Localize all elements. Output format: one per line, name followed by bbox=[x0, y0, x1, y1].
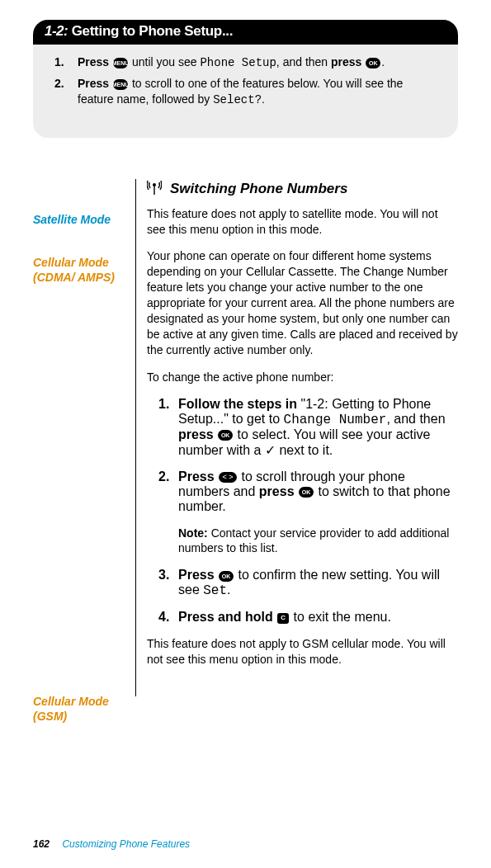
step-1-text-b: , and then bbox=[276, 55, 331, 68]
instr-3-t2: . bbox=[227, 583, 230, 597]
c-icon: C bbox=[277, 613, 289, 624]
content-row: Satellite Mode Cellular Mode (CDMA/ AMPS… bbox=[33, 179, 458, 739]
step-2-body: Press MENU to scroll to one of the featu… bbox=[78, 76, 437, 108]
sidebar-satellite-mode: Satellite Mode bbox=[33, 212, 127, 227]
step-1-body: Press MENU until you see Phone Setup, an… bbox=[78, 54, 437, 71]
instr-3-num: 3. bbox=[158, 568, 178, 598]
subheader: Switching Phone Numbers bbox=[147, 179, 458, 200]
to-change-para: To change the active phone number: bbox=[147, 370, 458, 385]
step-2: 2. Press MENU to scroll to one of the fe… bbox=[54, 76, 437, 108]
instr-1-body: Follow the steps in "1-2: Getting to Pho… bbox=[178, 397, 458, 458]
set-lcd: Set bbox=[203, 583, 227, 598]
footer: 162 Customizing Phone Features bbox=[33, 838, 190, 850]
step-1-num: 1. bbox=[54, 54, 78, 71]
press-label: Press bbox=[78, 55, 112, 68]
footer-section: Customizing Phone Features bbox=[62, 838, 190, 850]
step-1-text-a: until you see bbox=[129, 55, 200, 68]
instr-3: 3. Press OK to confirm the new setting. … bbox=[147, 568, 458, 598]
instr-4-press-hold: Press and hold bbox=[178, 610, 276, 624]
antenna-icon bbox=[147, 179, 162, 200]
phone-setup-lcd: Phone Setup bbox=[200, 56, 276, 69]
instr-3-body: Press OK to confirm the new setting. You… bbox=[178, 568, 458, 598]
note-label: Note: bbox=[178, 526, 208, 540]
instr-2-body: Press < > to scroll through your phone n… bbox=[178, 469, 458, 514]
instr-4-body: Press and hold C to exit the menu. bbox=[178, 610, 458, 625]
note: Note: Contact your service provider to a… bbox=[147, 526, 458, 557]
subheader-title: Switching Phone Numbers bbox=[170, 181, 347, 197]
gsm-para: This feature does not apply to GSM cellu… bbox=[147, 636, 458, 668]
instr-1: 1. Follow the steps in "1-2: Getting to … bbox=[147, 397, 458, 458]
step-2-text-b: . bbox=[262, 92, 265, 106]
instr-3-press: Press bbox=[178, 568, 218, 582]
instr-4: 4. Press and hold C to exit the menu. bbox=[147, 610, 458, 625]
press-label-2: press bbox=[331, 55, 365, 68]
banner: 1-2: Getting to Phone Setup... bbox=[33, 20, 458, 45]
instr-2-press2: press bbox=[259, 484, 298, 498]
sidebar-gsm-mode: Cellular Mode (GSM) bbox=[33, 694, 127, 724]
sidebar-cdma-mode: Cellular Mode (CDMA/ AMPS) bbox=[33, 255, 127, 285]
instr-2-press: Press bbox=[178, 469, 218, 484]
svg-rect-1 bbox=[153, 186, 154, 195]
cdma-para: Your phone can operate on four different… bbox=[147, 248, 458, 357]
main-content: Switching Phone Numbers This feature doe… bbox=[135, 179, 458, 739]
step-1-text-c: . bbox=[381, 55, 385, 68]
instr-2-num: 2. bbox=[158, 469, 178, 514]
ok-icon: OK bbox=[366, 58, 380, 68]
step-1: 1. Press MENU until you see Phone Setup,… bbox=[54, 54, 437, 71]
step-2-num: 2. bbox=[54, 76, 78, 108]
menu-icon-2: MENU bbox=[113, 79, 128, 90]
steps-box: 1. Press MENU until you see Phone Setup,… bbox=[33, 45, 458, 138]
vertical-divider bbox=[135, 179, 136, 696]
page-number: 162 bbox=[33, 838, 50, 850]
check-icon: ✓ bbox=[265, 443, 276, 457]
menu-icon: MENU bbox=[113, 58, 128, 68]
change-number-lcd: Change Number bbox=[284, 413, 387, 427]
instr-1-num: 1. bbox=[158, 397, 178, 458]
sidebar: Satellite Mode Cellular Mode (CDMA/ AMPS… bbox=[33, 179, 135, 739]
instr-1-press: press bbox=[178, 427, 217, 441]
ok-icon-2: OK bbox=[218, 430, 233, 441]
instr-4-num: 4. bbox=[158, 610, 178, 625]
note-text: Contact your service provider to add add… bbox=[178, 526, 449, 555]
ok-icon-3: OK bbox=[299, 487, 314, 498]
scroll-arrows-icon: < > bbox=[219, 472, 237, 483]
banner-number: 1-2: bbox=[45, 23, 68, 39]
press-label-3: Press bbox=[78, 77, 112, 90]
ok-icon-4: OK bbox=[219, 571, 234, 582]
instr-1-t4: next to it. bbox=[276, 443, 333, 457]
select-lcd: Select? bbox=[213, 93, 262, 106]
banner-title: Getting to Phone Setup... bbox=[72, 23, 234, 39]
follow-label: Follow the steps in bbox=[178, 397, 297, 411]
instr-4-t1: to exit the menu. bbox=[290, 610, 391, 624]
satellite-para: This feature does not apply to satellite… bbox=[147, 206, 458, 238]
instr-1-t2: , and then bbox=[386, 412, 445, 426]
instr-2: 2. Press < > to scroll through your phon… bbox=[147, 469, 458, 514]
page: 1-2: Getting to Phone Setup... 1. Press … bbox=[0, 0, 491, 868]
